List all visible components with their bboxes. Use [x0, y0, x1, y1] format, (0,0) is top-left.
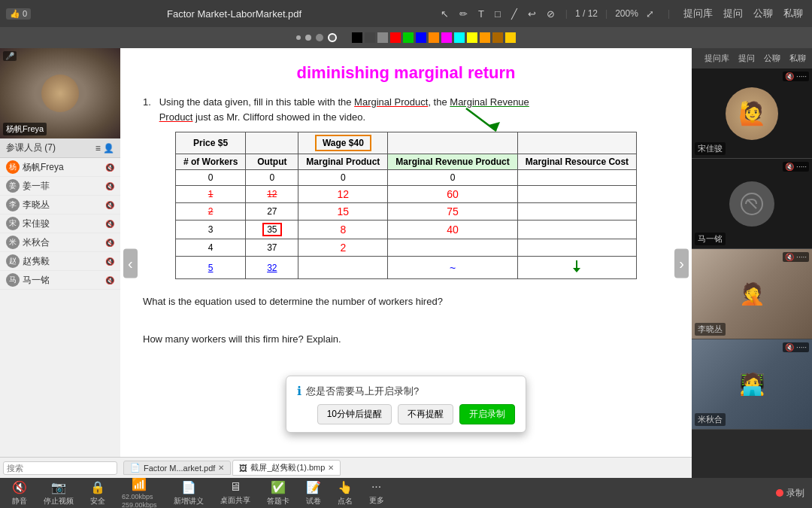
- video-label-song: 宋佳骏: [695, 142, 726, 155]
- fit-page-btn[interactable]: ⤢: [643, 7, 657, 21]
- ask-library-btn[interactable]: 提问库: [680, 5, 716, 22]
- color-amber[interactable]: [480, 32, 490, 43]
- color-orange[interactable]: [429, 32, 439, 43]
- close-tab-bmp[interactable]: ✕: [328, 464, 334, 472]
- blue-32: 32: [267, 263, 277, 273]
- participant-name: 宋佳骏: [23, 217, 50, 230]
- add-handout-btn[interactable]: 📄 新增讲义: [169, 479, 208, 508]
- shape-tool[interactable]: □: [492, 7, 504, 21]
- remind-later-btn[interactable]: 10分钟后提醒: [317, 404, 392, 424]
- pdf-title: diminishing marginal return: [143, 63, 669, 83]
- record-btn[interactable]: 录制: [786, 487, 804, 500]
- share-icon: 🖥: [229, 480, 241, 494]
- count-badge-mi: 🔇 ·····: [783, 342, 809, 352]
- table-container: Price $5 Wage $40 # of Workers Outp: [143, 132, 669, 279]
- table-row-1: 1 12 12 60: [175, 186, 636, 203]
- img-icon: 🖼: [239, 464, 247, 473]
- color-yellow[interactable]: [467, 32, 477, 43]
- color-gold[interactable]: [505, 32, 516, 43]
- answer-icon: ✅: [271, 480, 286, 494]
- mrp-2: 75: [388, 203, 517, 221]
- strikethrough-1: 1: [208, 189, 214, 199]
- participant-item: 杨 杨帆Freya 🔇: [0, 158, 120, 177]
- no-remind-btn[interactable]: 不再提醒: [398, 404, 453, 424]
- color-dark[interactable]: [365, 32, 375, 43]
- right-sidebar: 提问库 提问 公聊 私聊 🙋 🔇 ····· 宋佳骏: [692, 48, 812, 478]
- color-palette[interactable]: [352, 32, 516, 43]
- participants-menu-icon[interactable]: ≡ 👤: [95, 143, 114, 154]
- cursor-tool[interactable]: ↖: [438, 7, 452, 21]
- col-price: Price $5: [175, 132, 245, 154]
- color-green[interactable]: [403, 32, 414, 43]
- tab-pdf[interactable]: 📄 Factor M...arket.pdf ✕: [123, 461, 231, 475]
- count-badge-song: 🔇 ·····: [783, 71, 809, 81]
- mic-status: 🔇: [105, 163, 114, 172]
- mrc-2: [517, 203, 636, 221]
- roll-call-btn[interactable]: 👆 点名: [333, 479, 357, 508]
- mic-status: 🔇: [105, 220, 114, 228]
- tab-bmp[interactable]: 🖼 截屏_赵隽毅(1).bmp ✕: [232, 460, 341, 476]
- dialog-buttons: 10分钟后提醒 不再提醒 开启录制: [297, 404, 515, 424]
- exam-btn[interactable]: 📝 试卷: [301, 479, 326, 508]
- highlight-tool[interactable]: T: [475, 7, 487, 21]
- ask-btn[interactable]: 提问: [720, 5, 746, 22]
- share-screen-btn[interactable]: 🖥 桌面共享: [216, 479, 255, 507]
- next-page-btn[interactable]: ›: [674, 248, 689, 278]
- zoom-level: 200%: [615, 8, 638, 19]
- security-icon: 🔒: [90, 480, 105, 494]
- color-blue[interactable]: [416, 32, 426, 43]
- private-chat-btn[interactable]: 私聊: [780, 5, 806, 22]
- mute-btn[interactable]: 🔇 静音: [8, 479, 32, 508]
- color-brown[interactable]: [492, 32, 503, 43]
- answer-card-btn[interactable]: ✅ 答题卡: [262, 479, 294, 508]
- participant-item: 赵 赵隽毅 🔇: [0, 252, 120, 271]
- record-dot: [776, 489, 783, 497]
- color-red[interactable]: [390, 32, 401, 43]
- bottom-tabs: 📄 Factor M...arket.pdf ✕ 🖼 截屏_赵隽毅(1).bmp…: [120, 457, 692, 478]
- output-0: 0: [246, 170, 298, 186]
- undo-tool[interactable]: ↩: [525, 7, 539, 21]
- color-magenta[interactable]: [441, 32, 452, 43]
- public-chat-btn[interactable]: 公聊: [750, 5, 776, 22]
- pen-tool[interactable]: ✏: [456, 7, 471, 21]
- color-gray[interactable]: [377, 32, 388, 43]
- erase-tool[interactable]: ⊘: [544, 7, 558, 21]
- mic-status: 🔇: [105, 239, 114, 247]
- ask-right-btn[interactable]: 提问: [735, 51, 758, 65]
- mrp-5: ~: [388, 257, 517, 279]
- ask-library-right-btn[interactable]: 提问库: [701, 51, 732, 65]
- more-btn[interactable]: ··· 更多: [365, 479, 389, 507]
- search-input[interactable]: [3, 461, 117, 475]
- color-black[interactable]: [352, 32, 362, 43]
- bottom-toolbar: 🔇 静音 📷 停止视频 🔒 安全 📶 62.00kbps259.00kbps 📄…: [0, 478, 812, 508]
- color-cyan[interactable]: [454, 32, 465, 43]
- more-icon: ···: [371, 480, 381, 494]
- stop-video-btn[interactable]: 📷 停止视频: [39, 479, 78, 508]
- remote-video-li: 🤦 🔇 ····· 李晓丛: [692, 249, 812, 339]
- dialog-message: ℹ 您是否需要马上开启录制?: [297, 384, 515, 398]
- remote-video-song: 🙋 🔇 ····· 宋佳骏: [692, 68, 812, 159]
- line-tool[interactable]: ╱: [508, 7, 520, 21]
- participant-name: 杨帆Freya: [23, 161, 64, 174]
- security-btn[interactable]: 🔒 安全: [86, 479, 110, 508]
- public-chat-right-btn[interactable]: 公聊: [761, 51, 783, 65]
- prev-page-btn[interactable]: ‹: [123, 248, 138, 278]
- mute-icon: 🔇: [12, 480, 27, 494]
- left-sidebar: 🎤 杨帆Freya 参课人员 (7) ≡ 👤 杨 杨帆Freya 🔇 姜 姜一菲…: [0, 48, 120, 478]
- remote-video-mi: 🧑‍💻 🔇 ····· 米秋合: [692, 339, 812, 430]
- private-chat-right-btn[interactable]: 私聊: [786, 51, 809, 65]
- recording-dialog: ℹ 您是否需要马上开启录制? 10分钟后提醒 不再提醒 开启录制: [286, 376, 526, 433]
- top-bar: 👍 0 Factor Market-LaborMarket.pdf ↖ ✏ T …: [0, 0, 812, 27]
- participant-name: 米秋合: [23, 236, 50, 249]
- mp-2: 15: [298, 203, 388, 221]
- workers-3: 3: [175, 221, 245, 239]
- start-recording-btn[interactable]: 开启录制: [459, 404, 515, 424]
- mrc-4: [517, 239, 636, 257]
- mute-label: 静音: [12, 496, 27, 506]
- close-tab-pdf[interactable]: ✕: [218, 464, 224, 472]
- more-label: 更多: [369, 495, 384, 506]
- roll-icon: 👆: [338, 480, 353, 494]
- workers-4: 4: [175, 239, 245, 257]
- handwritten-12: 12: [338, 188, 350, 200]
- circled-35: 35: [262, 223, 281, 236]
